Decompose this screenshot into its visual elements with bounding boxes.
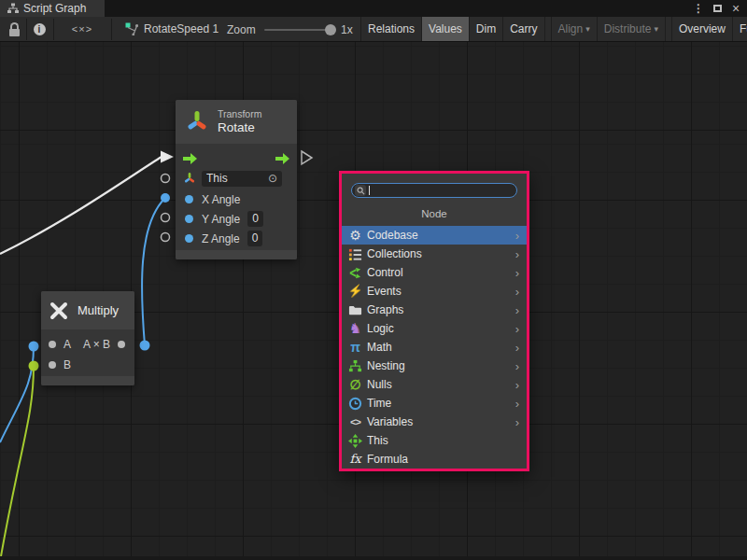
- control-ports-row: [176, 148, 297, 168]
- info-icon: i: [34, 23, 46, 35]
- zangle-port[interactable]: [185, 234, 193, 243]
- multiply-output-port[interactable]: [118, 341, 125, 348]
- search-icon: [355, 185, 366, 196]
- this-port-row: This ⊙: [176, 169, 297, 189]
- zangle-port-row: Z Angle 0: [176, 229, 297, 248]
- math-icon: π: [347, 340, 363, 355]
- tab-bar: Script Graph ⋮ ×: [0, 0, 747, 17]
- finder-list: ⚙ Codebase › Collections ›: [342, 226, 527, 469]
- finder-item-math[interactable]: π Math ›: [342, 338, 527, 357]
- toolbar-buttons: Relations Values Dim Carry Align ▾ Distr…: [360, 17, 747, 41]
- relations-button[interactable]: Relations: [360, 17, 421, 41]
- multiply-a-row: A A × B: [41, 334, 134, 354]
- node-header[interactable]: Transform Rotate: [176, 100, 297, 144]
- chevron-right-icon: ›: [515, 303, 521, 317]
- finder-item-nesting[interactable]: Nesting ›: [342, 357, 527, 375]
- distribute-dropdown[interactable]: Distribute ▾: [597, 17, 665, 41]
- breadcrumb-label: RotateSpeed 1: [144, 22, 218, 35]
- info-button[interactable]: i: [28, 17, 50, 41]
- window-menu-button[interactable]: ⋮: [691, 0, 706, 17]
- events-icon: ⚡: [347, 284, 363, 299]
- transform-icon-small: [183, 172, 196, 186]
- fuzzy-finder: Node ⚙ Codebase › Collections ›: [339, 171, 529, 471]
- zoom-level: 1x: [341, 23, 353, 36]
- dim-button[interactable]: Dim: [469, 17, 502, 41]
- chevron-right-icon: ›: [515, 415, 521, 429]
- this-object-field[interactable]: This ⊙: [202, 171, 282, 187]
- zoom-label: Zoom: [227, 23, 256, 36]
- collections-icon: [347, 246, 363, 261]
- chevron-down-icon: ▾: [585, 24, 590, 34]
- node-multiply[interactable]: Multiply A A × B B: [41, 291, 134, 385]
- chevron-right-icon: ›: [515, 285, 521, 299]
- yangle-port[interactable]: [185, 215, 193, 223]
- overview-button[interactable]: Overview: [671, 17, 732, 41]
- formula-icon: fx: [347, 452, 363, 467]
- finder-search-input[interactable]: [351, 183, 517, 198]
- yangle-port-row: Y Angle 0: [176, 209, 297, 229]
- fullscreen-button[interactable]: Full Screen: [732, 17, 747, 41]
- control-input-port[interactable]: [183, 153, 197, 164]
- finder-item-events[interactable]: ⚡ Events ›: [342, 282, 527, 301]
- zoom-slider-track[interactable]: [264, 29, 331, 31]
- window-maximize-button[interactable]: [710, 0, 725, 17]
- node-title: Multiply: [78, 303, 119, 317]
- window-close-button[interactable]: ×: [728, 0, 743, 17]
- multiply-b-port[interactable]: [49, 361, 56, 369]
- yangle-value-field[interactable]: 0: [247, 211, 263, 227]
- multiply-b-row: B: [41, 355, 134, 374]
- toolbar-separator: [111, 19, 112, 40]
- this-icon: [347, 433, 363, 448]
- node-footer: [41, 376, 134, 385]
- graph-icon: [7, 3, 19, 14]
- tab-script-graph[interactable]: Script Graph: [0, 0, 105, 17]
- finder-item-collections[interactable]: Collections ›: [342, 245, 527, 263]
- chevron-right-icon: ›: [515, 397, 521, 411]
- chevron-right-icon: ›: [515, 229, 521, 243]
- finder-item-graphs[interactable]: Graphs ›: [342, 301, 527, 319]
- code-preview-button[interactable]: <×>: [56, 17, 108, 41]
- graph-toolbar: i <×> RotateSpeed 1 Zoom 1x Relations Va…: [0, 17, 747, 42]
- multiply-icon: [49, 301, 69, 321]
- control-output-port[interactable]: [275, 153, 289, 164]
- finder-item-codebase[interactable]: ⚙ Codebase ›: [342, 226, 527, 245]
- finder-item-logic[interactable]: ♞ Logic ›: [342, 319, 527, 338]
- node-header[interactable]: Multiply: [41, 291, 134, 329]
- tab-label: Script Graph: [23, 2, 86, 15]
- window-bottom-edge: [0, 556, 747, 560]
- chevron-right-icon: ›: [515, 378, 521, 392]
- xangle-port-row: X Angle: [176, 189, 297, 209]
- toolbar-separator: [544, 17, 551, 41]
- text-caret: [369, 186, 370, 195]
- finder-item-this[interactable]: This: [342, 431, 527, 450]
- finder-item-time[interactable]: Time ›: [342, 394, 527, 413]
- time-clock-icon: [347, 396, 363, 411]
- lock-button[interactable]: [4, 17, 24, 41]
- object-picker-icon[interactable]: ⊙: [268, 171, 277, 187]
- align-dropdown[interactable]: Align ▾: [551, 17, 597, 41]
- chevron-down-icon: ▾: [654, 24, 658, 34]
- toolbar-separator: [26, 19, 27, 40]
- codebase-icon: ⚙: [347, 228, 363, 243]
- finder-item-control[interactable]: Control ›: [342, 263, 527, 282]
- xangle-port[interactable]: [185, 195, 193, 203]
- script-graph-window: Script Graph ⋮ × i <×> RotateSpeed 1: [0, 0, 747, 560]
- finder-item-variables[interactable]: <> Variables ›: [342, 413, 527, 431]
- graphs-folder-icon: [347, 302, 363, 317]
- node-transform-rotate[interactable]: Transform Rotate This ⊙ X Angle: [176, 100, 297, 259]
- breadcrumb[interactable]: RotateSpeed 1: [125, 17, 218, 41]
- nulls-icon: ∅: [347, 377, 363, 392]
- finder-header: Node: [342, 203, 527, 224]
- finder-item-formula[interactable]: fx Formula: [342, 450, 527, 469]
- control-icon: [347, 265, 363, 280]
- node-category: Transform: [218, 108, 261, 120]
- carry-button[interactable]: Carry: [502, 17, 543, 41]
- toolbar-separator: [53, 19, 54, 40]
- values-button[interactable]: Values: [421, 17, 469, 41]
- graph-asset-icon: [125, 22, 138, 35]
- multiply-a-port[interactable]: [49, 341, 56, 348]
- finder-item-nulls[interactable]: ∅ Nulls ›: [342, 375, 527, 394]
- lock-icon: [9, 22, 20, 36]
- zangle-value-field[interactable]: 0: [247, 231, 263, 246]
- zoom-slider-handle[interactable]: [325, 24, 336, 35]
